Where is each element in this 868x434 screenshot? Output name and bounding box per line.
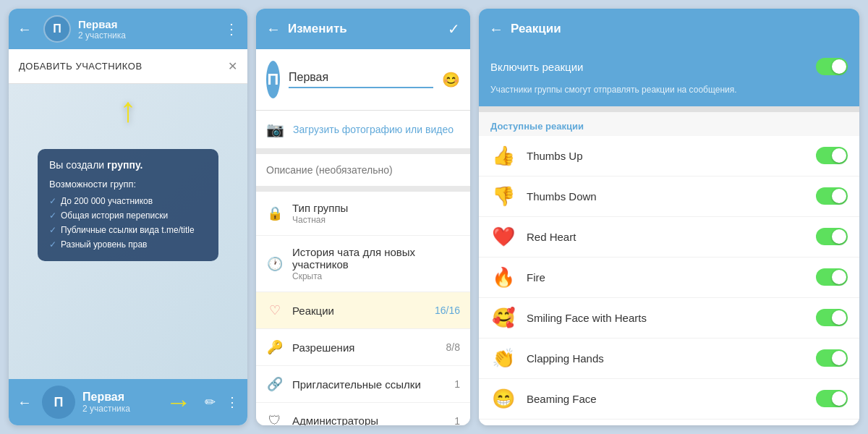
p3-enable-toggle[interactable]	[816, 58, 848, 75]
p2-menu-item-2[interactable]: ♡Реакции16/16	[256, 292, 470, 329]
p2-menu-item-3[interactable]: 🔑Разрешения8/8	[256, 329, 470, 366]
p3-reaction-toggle-4[interactable]	[816, 309, 848, 326]
p2-menu-sub-0: Частная	[292, 215, 451, 225]
p2-camera-icon: 📷	[266, 121, 284, 138]
p3-reaction-item-4: 🥰Smiling Face with Hearts	[479, 298, 859, 339]
p2-menu-label-1: История чата для новых участников	[292, 246, 451, 271]
p1-header: ← П Первая 2 участника ⋮	[9, 9, 247, 49]
p1-tooltip-item-1: ✓ До 200 000 участников	[49, 195, 207, 208]
p2-menu-sub-1: Скрыта	[292, 271, 451, 281]
p2-menu-label-4: Пригласительные ссылки	[292, 378, 446, 391]
p3-reaction-toggle-5[interactable]	[816, 349, 848, 367]
p1-tooltip-title: Вы создали группу.	[49, 158, 207, 173]
panel-edit-group: ← Изменить ✓ П 😊 📷 Загрузить фотографию …	[256, 9, 470, 425]
p3-reaction-toggle-2[interactable]	[816, 228, 848, 245]
p3-reaction-toggle-0[interactable]	[816, 147, 848, 164]
p3-section-title: Доступные реакции	[479, 112, 859, 136]
p1-header-subtitle: 2 участника	[78, 30, 217, 41]
p1-more-icon[interactable]: ⋮	[224, 20, 239, 38]
p1-check-icon-1: ✓	[49, 195, 56, 208]
p3-reaction-item-6: 😁Beaming Face	[479, 379, 859, 420]
p1-bottom-avatar: П	[42, 386, 75, 419]
p1-avatar: П	[43, 15, 71, 43]
p2-profile-avatar[interactable]: П	[266, 61, 280, 98]
p3-reaction-toggle-6[interactable]	[816, 390, 848, 407]
p3-reaction-item-0: 👍Thumbs Up	[479, 136, 859, 176]
p3-reaction-name-1: Thumbs Down	[527, 190, 806, 203]
p1-add-members-bar: ДОБАВИТЬ УЧАСТНИКОВ ✕	[9, 49, 247, 84]
p2-menu-item-0[interactable]: 🔒Тип группыЧастная	[256, 192, 470, 236]
p2-menu-label-0: Тип группы	[292, 202, 451, 214]
p3-reaction-item-1: 👎Thumbs Down	[479, 176, 859, 217]
p2-emoji-button[interactable]: 😊	[442, 71, 460, 88]
p2-menu-label-3: Разрешения	[292, 341, 438, 354]
p1-bottom-info: Первая 2 участника	[82, 391, 156, 414]
p3-back-icon[interactable]: ←	[489, 21, 503, 38]
p2-header: ← Изменить ✓	[256, 9, 470, 49]
p1-tooltip-item-3: ✓ Публичные ссылки вида t.me/title	[49, 224, 207, 237]
p1-header-info: Первая 2 участника	[78, 18, 217, 41]
p1-check-icon-3: ✓	[49, 224, 56, 237]
p3-reaction-toggle-3[interactable]	[816, 268, 848, 286]
p2-description-section	[256, 154, 470, 192]
p2-menu-info-4: Пригласительные ссылки	[292, 378, 446, 391]
p1-back-icon[interactable]: ←	[17, 21, 32, 38]
p2-menu-item-5[interactable]: 🛡Администраторы1	[256, 403, 470, 425]
p2-menu-item-4[interactable]: 🔗Пригласительные ссылки1	[256, 366, 470, 403]
p1-edit-icon[interactable]: ✏	[205, 394, 216, 410]
p2-menu-item-1[interactable]: 🕐История чата для новых участниковСкрыта	[256, 236, 470, 292]
p1-add-members-text[interactable]: ДОБАВИТЬ УЧАСТНИКОВ	[19, 61, 142, 72]
p2-menu-label-5: Администраторы	[292, 414, 446, 425]
p2-back-icon[interactable]: ←	[266, 21, 281, 38]
p3-reaction-item-3: 🔥Fire	[479, 258, 859, 298]
p1-tooltip-item-2: ✓ Общая история переписки	[49, 209, 207, 222]
p2-menu-label-2: Реакции	[292, 305, 426, 317]
p3-emoji-6: 😁	[490, 388, 516, 410]
p2-menu-icon-4: 🔗	[266, 376, 284, 392]
p3-reaction-name-0: Thumbs Up	[527, 150, 806, 162]
p2-menu-badge-3: 8/8	[446, 341, 460, 353]
panel-reactions: ← Реакции Включить реакции Участники гру…	[479, 9, 859, 425]
p3-emoji-1: 👎	[490, 185, 516, 208]
p1-arrow-right-icon: →	[166, 387, 192, 417]
p1-arrow-up-icon: ↑	[119, 90, 137, 129]
p3-reaction-name-3: Fire	[527, 271, 806, 284]
p2-photo-section[interactable]: 📷 Загрузить фотографию или видео	[256, 111, 470, 154]
p1-tooltip: Вы создали группу. Возможности групп: ✓ …	[38, 149, 218, 261]
p3-title: Реакции	[511, 22, 849, 36]
p2-name-input[interactable]	[289, 71, 433, 88]
p3-description: Участники группы смогут отправлять реакц…	[479, 84, 859, 112]
p1-bottom-header: ← П Первая 2 участника → ✏ ⋮	[9, 379, 247, 425]
p2-confirm-icon[interactable]: ✓	[448, 20, 460, 38]
p2-menu-list: 🔒Тип группыЧастная🕐История чата для новы…	[256, 192, 470, 425]
p3-header: ← Реакции	[479, 9, 859, 49]
p1-check-icon-2: ✓	[49, 209, 56, 222]
p3-reaction-name-4: Smiling Face with Hearts	[527, 312, 806, 324]
panel-group-chat: ← П Первая 2 участника ⋮ ДОБАВИТЬ УЧАСТН…	[9, 9, 247, 425]
p2-menu-info-0: Тип группыЧастная	[292, 202, 451, 225]
p1-header-name: Первая	[78, 18, 217, 30]
p3-reaction-name-5: Clapping Hands	[527, 352, 806, 365]
p2-photo-text[interactable]: Загрузить фотографию или видео	[293, 124, 454, 135]
p1-check-icon-4: ✓	[49, 238, 56, 251]
p2-menu-info-2: Реакции	[292, 305, 426, 317]
p3-reaction-name-2: Red Heart	[527, 231, 806, 243]
p3-enable-row: Включить реакции	[479, 49, 859, 84]
p2-menu-info-5: Администраторы	[292, 414, 446, 425]
p1-chat-area: ↑ Вы создали группу. Возможности групп: …	[9, 84, 247, 379]
p2-menu-icon-3: 🔑	[266, 339, 284, 355]
p3-emoji-4: 🥰	[490, 307, 516, 329]
p3-reaction-item-2: ❤️Red Heart	[479, 217, 859, 258]
p2-title: Изменить	[288, 22, 448, 36]
p2-profile-section: П 😊	[256, 49, 470, 111]
p3-emoji-0: 👍	[490, 145, 516, 167]
p1-bottom-back-icon[interactable]: ←	[17, 394, 32, 411]
p3-emoji-5: 👏	[490, 347, 516, 370]
p3-reactions-list: 👍Thumbs Up👎Thumbs Down❤️Red Heart🔥Fire🥰S…	[479, 136, 859, 425]
p2-description-input[interactable]	[266, 164, 460, 176]
p1-close-icon[interactable]: ✕	[228, 59, 237, 73]
p1-bottom-more-icon[interactable]: ⋮	[226, 394, 239, 410]
p3-reaction-toggle-1[interactable]	[816, 187, 848, 205]
p1-bottom-name: Первая	[82, 391, 156, 404]
p2-menu-info-1: История чата для новых участниковСкрыта	[292, 246, 451, 281]
